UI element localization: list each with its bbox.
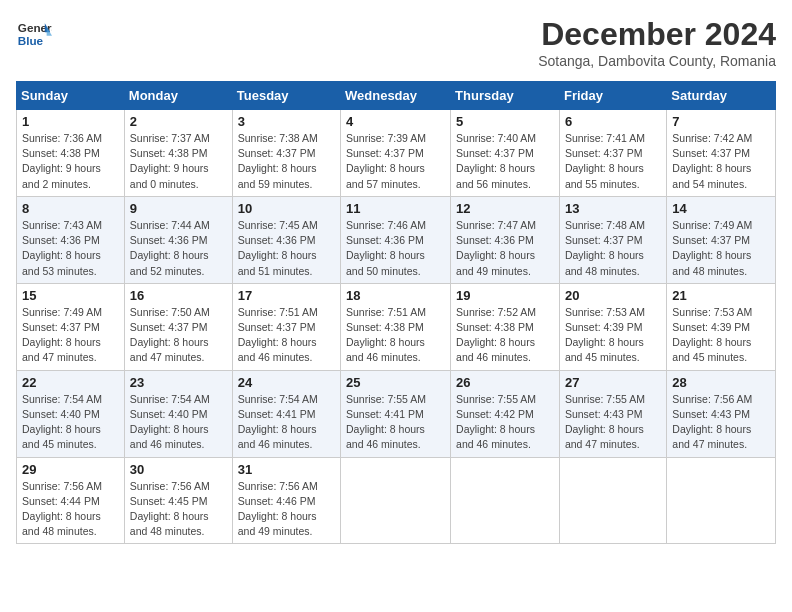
calendar-week-1: 1Sunrise: 7:36 AM Sunset: 4:38 PM Daylig… (17, 110, 776, 197)
calendar-cell: 30Sunrise: 7:56 AM Sunset: 4:45 PM Dayli… (124, 457, 232, 544)
day-number: 31 (238, 462, 335, 477)
calendar-cell: 19Sunrise: 7:52 AM Sunset: 4:38 PM Dayli… (451, 283, 560, 370)
day-info: Sunrise: 7:37 AM Sunset: 4:38 PM Dayligh… (130, 131, 227, 192)
day-info: Sunrise: 7:49 AM Sunset: 4:37 PM Dayligh… (22, 305, 119, 366)
day-info: Sunrise: 7:55 AM Sunset: 4:42 PM Dayligh… (456, 392, 554, 453)
day-info: Sunrise: 7:45 AM Sunset: 4:36 PM Dayligh… (238, 218, 335, 279)
day-number: 18 (346, 288, 445, 303)
calendar-cell: 2Sunrise: 7:37 AM Sunset: 4:38 PM Daylig… (124, 110, 232, 197)
day-info: Sunrise: 7:53 AM Sunset: 4:39 PM Dayligh… (565, 305, 661, 366)
day-number: 3 (238, 114, 335, 129)
calendar-cell: 18Sunrise: 7:51 AM Sunset: 4:38 PM Dayli… (341, 283, 451, 370)
day-number: 1 (22, 114, 119, 129)
day-number: 13 (565, 201, 661, 216)
day-info: Sunrise: 7:55 AM Sunset: 4:41 PM Dayligh… (346, 392, 445, 453)
day-info: Sunrise: 7:54 AM Sunset: 4:40 PM Dayligh… (130, 392, 227, 453)
day-number: 2 (130, 114, 227, 129)
calendar-header-saturday: Saturday (667, 82, 776, 110)
calendar-cell: 5Sunrise: 7:40 AM Sunset: 4:37 PM Daylig… (451, 110, 560, 197)
day-info: Sunrise: 7:50 AM Sunset: 4:37 PM Dayligh… (130, 305, 227, 366)
day-info: Sunrise: 7:40 AM Sunset: 4:37 PM Dayligh… (456, 131, 554, 192)
day-number: 20 (565, 288, 661, 303)
day-number: 16 (130, 288, 227, 303)
calendar-cell: 8Sunrise: 7:43 AM Sunset: 4:36 PM Daylig… (17, 196, 125, 283)
day-info: Sunrise: 7:36 AM Sunset: 4:38 PM Dayligh… (22, 131, 119, 192)
calendar-cell: 3Sunrise: 7:38 AM Sunset: 4:37 PM Daylig… (232, 110, 340, 197)
calendar-week-2: 8Sunrise: 7:43 AM Sunset: 4:36 PM Daylig… (17, 196, 776, 283)
calendar-header-monday: Monday (124, 82, 232, 110)
calendar-header-sunday: Sunday (17, 82, 125, 110)
day-number: 19 (456, 288, 554, 303)
calendar-cell: 27Sunrise: 7:55 AM Sunset: 4:43 PM Dayli… (559, 370, 666, 457)
day-number: 5 (456, 114, 554, 129)
logo-icon: General Blue (16, 16, 52, 52)
day-number: 30 (130, 462, 227, 477)
day-info: Sunrise: 7:55 AM Sunset: 4:43 PM Dayligh… (565, 392, 661, 453)
day-number: 14 (672, 201, 770, 216)
calendar-cell (451, 457, 560, 544)
day-number: 12 (456, 201, 554, 216)
calendar-cell: 16Sunrise: 7:50 AM Sunset: 4:37 PM Dayli… (124, 283, 232, 370)
day-info: Sunrise: 7:54 AM Sunset: 4:41 PM Dayligh… (238, 392, 335, 453)
calendar-cell (667, 457, 776, 544)
day-info: Sunrise: 7:39 AM Sunset: 4:37 PM Dayligh… (346, 131, 445, 192)
day-number: 23 (130, 375, 227, 390)
day-number: 17 (238, 288, 335, 303)
calendar-cell: 26Sunrise: 7:55 AM Sunset: 4:42 PM Dayli… (451, 370, 560, 457)
day-info: Sunrise: 7:51 AM Sunset: 4:38 PM Dayligh… (346, 305, 445, 366)
calendar-header-thursday: Thursday (451, 82, 560, 110)
day-number: 28 (672, 375, 770, 390)
day-info: Sunrise: 7:51 AM Sunset: 4:37 PM Dayligh… (238, 305, 335, 366)
day-info: Sunrise: 7:54 AM Sunset: 4:40 PM Dayligh… (22, 392, 119, 453)
page-title: December 2024 (538, 16, 776, 53)
calendar-cell: 29Sunrise: 7:56 AM Sunset: 4:44 PM Dayli… (17, 457, 125, 544)
day-number: 27 (565, 375, 661, 390)
calendar-cell (559, 457, 666, 544)
day-info: Sunrise: 7:56 AM Sunset: 4:45 PM Dayligh… (130, 479, 227, 540)
day-info: Sunrise: 7:56 AM Sunset: 4:46 PM Dayligh… (238, 479, 335, 540)
day-number: 25 (346, 375, 445, 390)
day-info: Sunrise: 7:56 AM Sunset: 4:43 PM Dayligh… (672, 392, 770, 453)
calendar-cell: 31Sunrise: 7:56 AM Sunset: 4:46 PM Dayli… (232, 457, 340, 544)
calendar-cell: 14Sunrise: 7:49 AM Sunset: 4:37 PM Dayli… (667, 196, 776, 283)
day-info: Sunrise: 7:38 AM Sunset: 4:37 PM Dayligh… (238, 131, 335, 192)
calendar-cell: 21Sunrise: 7:53 AM Sunset: 4:39 PM Dayli… (667, 283, 776, 370)
logo: General Blue (16, 16, 52, 52)
day-number: 29 (22, 462, 119, 477)
calendar-cell: 10Sunrise: 7:45 AM Sunset: 4:36 PM Dayli… (232, 196, 340, 283)
calendar-cell: 28Sunrise: 7:56 AM Sunset: 4:43 PM Dayli… (667, 370, 776, 457)
day-info: Sunrise: 7:53 AM Sunset: 4:39 PM Dayligh… (672, 305, 770, 366)
page-subtitle: Sotanga, Dambovita County, Romania (538, 53, 776, 69)
calendar-cell: 24Sunrise: 7:54 AM Sunset: 4:41 PM Dayli… (232, 370, 340, 457)
calendar-cell (341, 457, 451, 544)
calendar-cell: 23Sunrise: 7:54 AM Sunset: 4:40 PM Dayli… (124, 370, 232, 457)
day-number: 6 (565, 114, 661, 129)
day-number: 22 (22, 375, 119, 390)
day-number: 11 (346, 201, 445, 216)
calendar-cell: 4Sunrise: 7:39 AM Sunset: 4:37 PM Daylig… (341, 110, 451, 197)
calendar-header-wednesday: Wednesday (341, 82, 451, 110)
calendar-cell: 17Sunrise: 7:51 AM Sunset: 4:37 PM Dayli… (232, 283, 340, 370)
day-number: 9 (130, 201, 227, 216)
day-info: Sunrise: 7:41 AM Sunset: 4:37 PM Dayligh… (565, 131, 661, 192)
calendar-week-5: 29Sunrise: 7:56 AM Sunset: 4:44 PM Dayli… (17, 457, 776, 544)
calendar-cell: 7Sunrise: 7:42 AM Sunset: 4:37 PM Daylig… (667, 110, 776, 197)
calendar-table: SundayMondayTuesdayWednesdayThursdayFrid… (16, 81, 776, 544)
calendar-header-friday: Friday (559, 82, 666, 110)
day-number: 10 (238, 201, 335, 216)
day-info: Sunrise: 7:56 AM Sunset: 4:44 PM Dayligh… (22, 479, 119, 540)
day-info: Sunrise: 7:46 AM Sunset: 4:36 PM Dayligh… (346, 218, 445, 279)
day-number: 24 (238, 375, 335, 390)
day-info: Sunrise: 7:44 AM Sunset: 4:36 PM Dayligh… (130, 218, 227, 279)
day-number: 8 (22, 201, 119, 216)
calendar-cell: 22Sunrise: 7:54 AM Sunset: 4:40 PM Dayli… (17, 370, 125, 457)
calendar-week-3: 15Sunrise: 7:49 AM Sunset: 4:37 PM Dayli… (17, 283, 776, 370)
day-number: 21 (672, 288, 770, 303)
calendar-cell: 6Sunrise: 7:41 AM Sunset: 4:37 PM Daylig… (559, 110, 666, 197)
day-info: Sunrise: 7:43 AM Sunset: 4:36 PM Dayligh… (22, 218, 119, 279)
title-block: December 2024 Sotanga, Dambovita County,… (538, 16, 776, 69)
day-info: Sunrise: 7:49 AM Sunset: 4:37 PM Dayligh… (672, 218, 770, 279)
calendar-cell: 12Sunrise: 7:47 AM Sunset: 4:36 PM Dayli… (451, 196, 560, 283)
page-header: General Blue December 2024 Sotanga, Damb… (16, 16, 776, 69)
calendar-cell: 9Sunrise: 7:44 AM Sunset: 4:36 PM Daylig… (124, 196, 232, 283)
